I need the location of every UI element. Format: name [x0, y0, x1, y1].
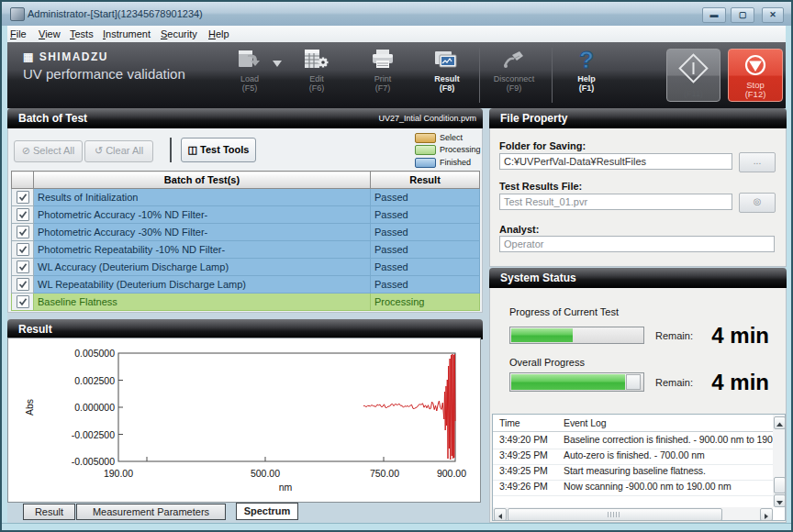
svg-text:(F11): (F11) — [684, 89, 703, 98]
svg-text:500.00: 500.00 — [251, 468, 280, 479]
svg-text:0.005000: 0.005000 — [74, 348, 115, 359]
svg-text:750.00: 750.00 — [370, 468, 399, 479]
svg-text:900.00: 900.00 — [437, 468, 466, 479]
svg-text:(F12): (F12) — [745, 89, 766, 99]
svg-text:-0.002500: -0.002500 — [72, 429, 115, 440]
svg-text:nm: nm — [279, 482, 293, 493]
svg-text:Abs: Abs — [24, 399, 35, 416]
svg-text:?: ? — [579, 48, 594, 72]
svg-text:-0.005000: -0.005000 — [72, 456, 115, 467]
svg-text:0.002500: 0.002500 — [74, 375, 115, 386]
svg-text:0.000000: 0.000000 — [74, 402, 115, 413]
svg-text:190.00: 190.00 — [104, 468, 133, 479]
